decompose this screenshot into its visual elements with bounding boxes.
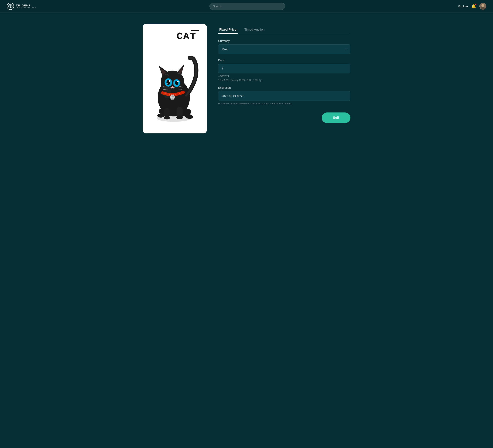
logo-area: TRIDENT NFT MARKETPLACE [7, 3, 36, 10]
duration-hint: Duration of an order should be 30 minute… [218, 102, 350, 105]
logo-icon [7, 3, 14, 10]
logo-subtitle: NFT MARKETPLACE [16, 7, 36, 9]
cat-svg: CAT [145, 26, 205, 131]
svg-point-15 [176, 116, 183, 119]
notification-icon[interactable]: 🔔 [471, 4, 476, 9]
price-input[interactable] [218, 64, 350, 73]
svg-point-49 [163, 85, 171, 98]
svg-point-26 [171, 96, 172, 97]
tab-timed-auction[interactable]: Timed Auction [243, 26, 266, 34]
expiration-label: Expiration [218, 86, 350, 89]
fee-text: * Fee 2.5%; Royalty 10.0%; Split 10.0% [218, 79, 258, 82]
svg-point-16 [164, 116, 170, 119]
svg-point-2 [482, 4, 484, 7]
price-usd: ≈ $357.21 [218, 75, 350, 78]
sell-panel: Fixed Price Timed Auction Currency Mixin… [218, 24, 350, 133]
svg-point-40 [175, 84, 176, 85]
expiration-section: Expiration Duration of an order should b… [218, 86, 350, 105]
svg-point-39 [177, 81, 179, 82]
fee-info: * Fee 2.5%; Royalty 10.0%; Split 10.0% i [218, 79, 350, 82]
currency-select-wrapper: Mixin ETH BTC [218, 44, 350, 54]
explore-link[interactable]: Explore [458, 5, 468, 8]
search-input[interactable] [210, 3, 285, 10]
main-content: CAT [133, 13, 360, 145]
currency-label: Currency [218, 39, 350, 43]
search-area [210, 3, 285, 10]
nft-card: CAT [143, 24, 207, 133]
notification-dot [475, 4, 476, 5]
info-icon[interactable]: i [259, 79, 262, 82]
price-section: Price ≈ $357.21 * Fee 2.5%; Royalty 10.0… [218, 58, 350, 82]
svg-point-33 [169, 80, 170, 82]
avatar[interactable] [479, 3, 486, 10]
header: TRIDENT NFT MARKETPLACE Explore 🔔 [0, 0, 493, 13]
logo-title: TRIDENT [16, 4, 36, 7]
header-right: Explore 🔔 [458, 3, 486, 10]
currency-section: Currency Mixin ETH BTC [218, 39, 350, 54]
svg-point-34 [167, 83, 168, 84]
price-label: Price [218, 58, 350, 62]
tab-fixed-price[interactable]: Fixed Price [218, 26, 238, 34]
sell-button[interactable]: Sell [322, 112, 350, 123]
currency-select[interactable]: Mixin ETH BTC [218, 44, 350, 54]
svg-point-25 [172, 98, 173, 100]
expiration-input[interactable] [218, 91, 350, 101]
svg-text:CAT: CAT [177, 31, 197, 42]
nft-image-area: CAT [145, 26, 205, 131]
tabs: Fixed Price Timed Auction [218, 26, 350, 34]
logo-text: TRIDENT NFT MARKETPLACE [16, 4, 36, 9]
